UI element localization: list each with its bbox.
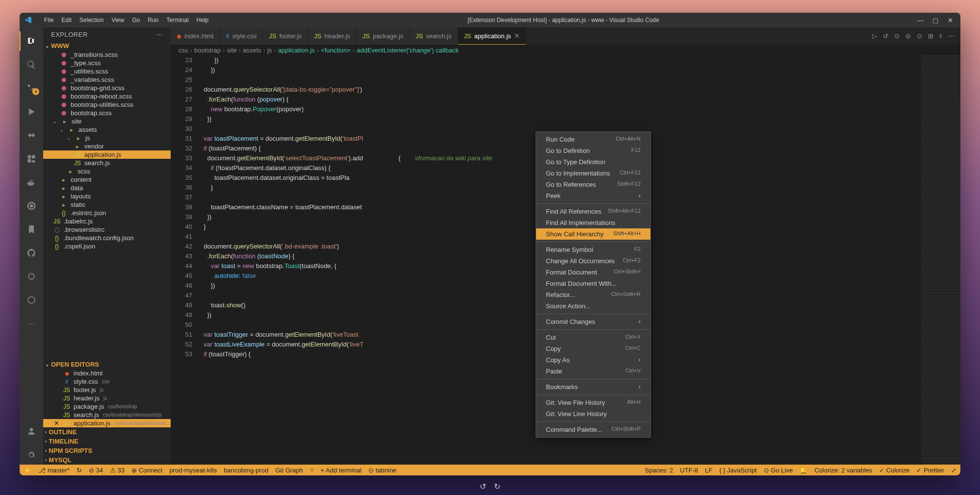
tree-item[interactable]: ⬣bootstrap-grid.scss: [43, 84, 171, 92]
context-menu-item[interactable]: Git: View Line History: [536, 408, 650, 420]
tree-item[interactable]: ⬣_utilities.scss: [43, 67, 171, 75]
scm-icon[interactable]: 4: [20, 78, 43, 98]
settings-icon[interactable]: [20, 445, 43, 465]
open-editor-item[interactable]: JSfooter.jsjs: [43, 386, 171, 394]
tree-item[interactable]: {}.cspell.json: [43, 242, 171, 250]
context-menu-item[interactable]: Find All ReferencesShift+Alt+F12: [536, 206, 650, 217]
golive-status[interactable]: ⊙ Go Live: [764, 467, 793, 474]
menu-edit[interactable]: Edit: [58, 16, 75, 25]
tab-index.html[interactable]: ◆index.html: [171, 27, 220, 45]
github-icon[interactable]: [20, 243, 43, 263]
menu-file[interactable]: File: [41, 16, 56, 25]
menu-go[interactable]: Go: [129, 16, 143, 25]
minimap[interactable]: [921, 55, 960, 465]
section-mysql[interactable]: MYSQL: [43, 455, 171, 465]
breadcrumb-segment[interactable]: <function>: [321, 47, 351, 54]
open-editor-item[interactable]: ✕JSapplication.jscss/bootstrap/site/asse…: [43, 419, 171, 427]
tree-item[interactable]: ⬣bootstrap-utilities.scss: [43, 100, 171, 109]
errors-status[interactable]: ⊘ 34: [89, 467, 103, 474]
db-status[interactable]: bancobmg-prod: [224, 467, 268, 474]
tab-action-4[interactable]: ⊙: [917, 32, 922, 40]
tab-footer.js[interactable]: JSfooter.js: [263, 27, 308, 45]
tab-search.js[interactable]: JSsearch.js: [410, 27, 458, 45]
breadcrumb-segment[interactable]: js: [267, 47, 272, 54]
context-menu-item[interactable]: Format DocumentCtrl+Shift+I: [536, 267, 650, 278]
debug-icon[interactable]: [20, 102, 43, 122]
context-menu-item[interactable]: Go to Type Definition: [536, 156, 650, 168]
gitgraph-status[interactable]: Git Graph: [275, 467, 303, 474]
circle-icon[interactable]: [20, 267, 43, 286]
git-branch[interactable]: ⎇ master*: [38, 467, 70, 474]
section-outline[interactable]: OUTLINE: [43, 427, 171, 437]
menu-help[interactable]: Help: [194, 16, 212, 25]
context-menu-item[interactable]: Change All OccurrencesCtrl+F2: [536, 255, 650, 267]
menu-view[interactable]: View: [108, 16, 127, 25]
maximize-button[interactable]: ▢: [930, 17, 941, 24]
tree-item[interactable]: ▸js: [43, 134, 171, 142]
remote-icon[interactable]: [20, 125, 43, 145]
context-menu-item[interactable]: Rename SymbolF2: [536, 244, 650, 255]
context-menu-item[interactable]: Bookmarks: [536, 381, 650, 393]
context-menu-item[interactable]: Format Document With...: [536, 278, 650, 289]
tree-item[interactable]: ▸vendor: [43, 142, 171, 150]
tabnine-status[interactable]: ⊙ tabnine: [368, 467, 396, 474]
context-menu-item[interactable]: Source Action...: [536, 300, 650, 312]
context-menu-item[interactable]: Refactor...Ctrl+Shift+R: [536, 289, 650, 300]
tree-item[interactable]: JSsearch.js: [43, 159, 171, 167]
reload-right-icon[interactable]: ↻: [494, 482, 500, 491]
tab-action-5[interactable]: ⊞: [928, 32, 933, 40]
breadcrumb-segment[interactable]: css: [179, 47, 188, 54]
account-icon[interactable]: [20, 421, 43, 441]
tab-close-icon[interactable]: ✕: [514, 32, 520, 40]
warnings-status[interactable]: ⚠ 33: [110, 467, 125, 474]
context-menu-item[interactable]: Commit Changes: [536, 316, 650, 327]
breadcrumb[interactable]: css›bootstrap›site›assets›js›application…: [171, 45, 960, 55]
reload-left-icon[interactable]: ↺: [480, 482, 486, 491]
tab-action-3[interactable]: ⊘: [905, 32, 911, 40]
tree-item[interactable]: ▸layouts: [43, 192, 171, 200]
expand-icon[interactable]: ⤢: [951, 467, 956, 474]
eol-status[interactable]: LF: [705, 467, 712, 474]
lang-status[interactable]: { } JavaScript: [719, 467, 757, 474]
open-editors-header[interactable]: OPEN EDITORS: [43, 360, 171, 369]
breadcrumb-segment[interactable]: addEventListener('change') callback: [357, 47, 459, 54]
tree-item[interactable]: ▸site: [43, 117, 171, 125]
tree-item[interactable]: ⬣_transitions.scss: [43, 50, 171, 59]
tab-application.js[interactable]: JSapplication.js✕: [458, 27, 526, 45]
bell-icon[interactable]: 🔔: [799, 467, 807, 474]
tree-item[interactable]: ▸content: [43, 175, 171, 184]
context-menu-item[interactable]: Run CodeCtrl+Alt+N: [536, 134, 650, 145]
menu-terminal[interactable]: Terminal: [163, 16, 191, 25]
context-menu-item[interactable]: Copy As: [536, 354, 650, 366]
tab-action-1[interactable]: ↺: [883, 32, 888, 40]
tab-style.css[interactable]: #style.css: [220, 27, 263, 45]
context-menu-item[interactable]: PasteCtrl+V: [536, 366, 650, 377]
breadcrumb-segment[interactable]: bootstrap: [194, 47, 221, 54]
target-icon[interactable]: [20, 196, 43, 216]
package-icon[interactable]: [20, 290, 43, 310]
breadcrumb-segment[interactable]: assets: [243, 47, 261, 54]
context-menu-item[interactable]: CopyCtrl+C: [536, 343, 650, 354]
context-menu-item[interactable]: Git: View File HistoryAlt+H: [536, 397, 650, 408]
sidebar-more-icon[interactable]: ⋯: [156, 31, 163, 38]
colorize-status[interactable]: Colorize: 2 variables: [814, 467, 872, 474]
bookmark-icon[interactable]: [20, 220, 43, 239]
prettier-status[interactable]: ✓ Prettier: [916, 467, 944, 474]
open-editor-item[interactable]: #style.csscss: [43, 377, 171, 386]
tree-item[interactable]: ⬣_type.scss: [43, 59, 171, 67]
tree-item[interactable]: {}.eslintrc.json: [43, 209, 171, 217]
search-icon[interactable]: [20, 55, 43, 74]
tree-item[interactable]: JS.babelrc.js: [43, 217, 171, 225]
www-section-header[interactable]: WWW: [43, 41, 171, 50]
encoding-status[interactable]: UTF-8: [680, 467, 698, 474]
tree-item[interactable]: ⬣bootstrap-reboot.scss: [43, 92, 171, 100]
context-menu-item[interactable]: CutCtrl+X: [536, 332, 650, 343]
menu-run[interactable]: Run: [145, 16, 161, 25]
context-menu-item[interactable]: Command Palette...Ctrl+Shift+P: [536, 424, 650, 435]
connect-status[interactable]: ⊕ Connect: [131, 467, 162, 474]
tab-action-2[interactable]: ⊙: [894, 32, 900, 40]
addterm-status[interactable]: + Add terminal: [321, 467, 361, 474]
menu-selection[interactable]: Selection: [77, 16, 106, 25]
tree-item[interactable]: JSapplication.js: [43, 150, 171, 159]
colorize2-status[interactable]: ✓ Colorize: [879, 467, 909, 474]
